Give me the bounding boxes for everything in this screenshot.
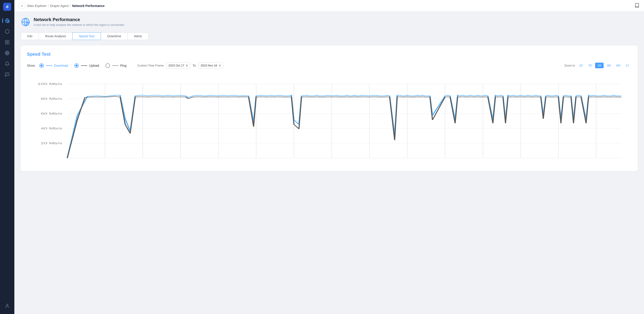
sidebar-item-globe[interactable] xyxy=(3,16,12,25)
main-area: Sites Explorer / Draper Agent / Network … xyxy=(14,0,644,314)
tab-speed-test[interactable]: Speed Test xyxy=(72,32,101,40)
breadcrumb-sep2: / xyxy=(70,4,71,8)
upload-label: Upload xyxy=(89,64,99,67)
breadcrumb-draper-agent[interactable]: Draper Agent xyxy=(50,4,69,8)
breadcrumb-sep1: / xyxy=(48,4,49,8)
ping-label: Ping xyxy=(120,64,126,67)
sidebar: d xyxy=(0,0,14,314)
page-header-text: Network Performance A tool set to help a… xyxy=(34,17,124,27)
tab-alerts[interactable]: Alerts xyxy=(128,32,148,40)
sidebar-item-list[interactable] xyxy=(3,38,12,47)
sidebar-item-bell[interactable] xyxy=(3,59,12,68)
show-ping[interactable]: Ping xyxy=(106,63,126,68)
date-from-select[interactable]: 2023 Oct 17 xyxy=(166,62,190,69)
zoom-3m[interactable]: 3M xyxy=(604,63,613,68)
upload-checkbox[interactable] xyxy=(74,63,79,68)
sidebar-item-user[interactable] xyxy=(3,301,12,310)
show-download[interactable]: Download xyxy=(39,63,68,68)
date-to-value: 2023 Nov 16 xyxy=(200,64,217,67)
time-frame-section: Custom Time Frame 2023 Oct 17 To 2023 No… xyxy=(137,62,223,69)
sidebar-bottom xyxy=(3,300,12,311)
ping-checkbox[interactable] xyxy=(106,63,110,68)
tab-info[interactable]: Info xyxy=(21,32,39,40)
date-from-arrows xyxy=(186,65,188,67)
svg-text:40 Mb/s: 40 Mb/s xyxy=(40,127,62,130)
chart-svg: 100 Mb/s 80 Mb/s 60 Mb/s 40 Mb/s 20 Mb/s xyxy=(27,75,632,165)
breadcrumb-sites-explorer[interactable]: Sites Explorer xyxy=(27,4,46,8)
zoom-1y[interactable]: 1Y xyxy=(623,63,632,68)
svg-text:100 Mb/s: 100 Mb/s xyxy=(37,82,62,85)
sidebar-item-comment[interactable] xyxy=(3,70,12,79)
svg-point-13 xyxy=(6,304,8,306)
ping-line xyxy=(112,65,118,66)
date-from-down xyxy=(186,66,188,67)
zoom-7d[interactable]: 7D xyxy=(586,63,594,68)
page-header: Network Performance A tool set to help a… xyxy=(21,17,638,27)
speed-test-chart: 100 Mb/s 80 Mb/s 60 Mb/s 40 Mb/s 20 Mb/s xyxy=(27,75,632,165)
download-line xyxy=(46,65,52,66)
upload-line xyxy=(81,65,87,66)
svg-text:20 Mb/s: 20 Mb/s xyxy=(40,142,62,145)
page-description: A tool set to help analyse the network t… xyxy=(34,23,124,27)
topbar-right xyxy=(634,3,640,9)
tabs: Info Route Analysis Speed Test Downtime … xyxy=(21,32,638,40)
zoom-section: Zoom to 1D 7D 1M 3M 6M 1Y xyxy=(564,63,632,68)
show-label: Show xyxy=(27,64,35,67)
svg-point-9 xyxy=(5,51,9,55)
network-performance-icon xyxy=(21,17,30,27)
zoom-label: Zoom to xyxy=(564,64,575,67)
date-from-value: 2023 Oct 17 xyxy=(168,64,184,67)
tab-route-analysis[interactable]: Route Analysis xyxy=(38,32,72,40)
time-frame-label: Custom Time Frame xyxy=(137,64,164,67)
breadcrumb: Sites Explorer / Draper Agent / Network … xyxy=(27,4,104,8)
date-to-down xyxy=(219,66,221,67)
sidebar-item-target[interactable] xyxy=(3,49,12,58)
date-from-up xyxy=(186,65,188,65)
sidebar-item-cube[interactable] xyxy=(3,27,12,36)
tab-downtime[interactable]: Downtime xyxy=(101,32,128,40)
zoom-options: 1D 7D 1M 3M 6M 1Y xyxy=(577,63,632,68)
page-title: Network Performance xyxy=(34,17,124,22)
back-button[interactable] xyxy=(19,3,25,9)
topbar: Sites Explorer / Draper Agent / Network … xyxy=(14,0,644,12)
content-area: Network Performance A tool set to help a… xyxy=(14,12,644,314)
svg-text:60 Mb/s: 60 Mb/s xyxy=(40,112,62,115)
date-to-select[interactable]: 2023 Nov 16 xyxy=(198,62,223,69)
speed-test-card: Speed Test Show Download xyxy=(21,45,638,171)
zoom-1d[interactable]: 1D xyxy=(577,63,585,68)
svg-text:80 Mb/s: 80 Mb/s xyxy=(40,97,62,100)
download-checkbox[interactable] xyxy=(39,63,44,68)
breadcrumb-current: Network Performance xyxy=(72,4,104,8)
app-logo[interactable]: d xyxy=(3,3,11,11)
date-to-arrows xyxy=(219,65,221,67)
controls-row: Show Download Upload xyxy=(27,62,632,69)
to-label: To xyxy=(192,64,196,67)
card-title: Speed Test xyxy=(27,52,632,57)
zoom-1m[interactable]: 1M xyxy=(595,63,604,68)
svg-point-10 xyxy=(6,52,8,54)
download-label: Download xyxy=(54,64,68,67)
show-options: Download Upload Ping xyxy=(39,63,126,68)
book-icon[interactable] xyxy=(634,3,640,9)
show-upload[interactable]: Upload xyxy=(74,63,99,68)
svg-point-11 xyxy=(7,53,8,54)
zoom-6m[interactable]: 6M xyxy=(614,63,622,68)
date-to-up xyxy=(219,65,221,65)
